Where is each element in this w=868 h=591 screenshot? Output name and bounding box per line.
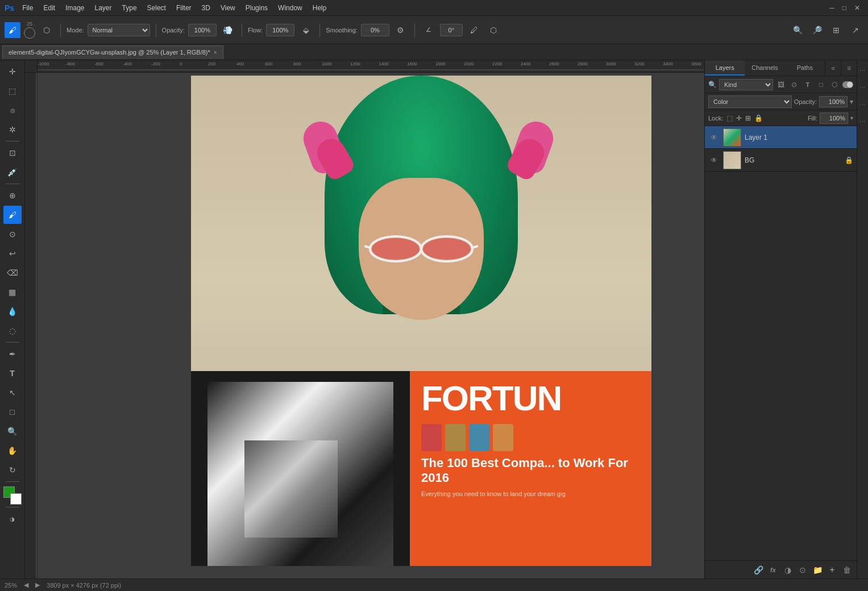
- svg-text:-200: -200: [151, 61, 161, 66]
- brush-tool-btn-left[interactable]: 🖌: [3, 206, 22, 224]
- layer-filter-text-btn[interactable]: T: [802, 79, 813, 90]
- svg-text:-800: -800: [66, 61, 76, 66]
- gradient-tool-btn[interactable]: ▦: [3, 283, 22, 301]
- stamp-tool-btn[interactable]: ⊙: [3, 225, 22, 243]
- brush-tool-btn[interactable]: 🖌: [5, 22, 20, 38]
- lock-move-icon[interactable]: ✛: [736, 114, 742, 122]
- add-mask-btn[interactable]: ◑: [782, 564, 794, 576]
- search-btn[interactable]: 🔍: [790, 22, 805, 38]
- layer-filter-pixel-btn[interactable]: 🖼: [775, 79, 787, 90]
- zoom-nav-right[interactable]: ▶: [35, 581, 40, 589]
- document-tab[interactable]: element5-digital-QJIyomGCYGw-unsplash.jp…: [2, 45, 223, 59]
- hand-tool-btn[interactable]: ✋: [3, 442, 22, 460]
- smoothing-options-btn[interactable]: ⚙: [393, 22, 409, 38]
- fill-input[interactable]: [820, 113, 848, 124]
- menu-edit[interactable]: Edit: [39, 3, 60, 13]
- opacity-input[interactable]: [188, 24, 217, 36]
- workspace-search-btn[interactable]: 🔎: [809, 22, 825, 38]
- menu-filter[interactable]: Filter: [172, 3, 196, 13]
- shape-tool-btn[interactable]: □: [3, 403, 22, 421]
- move-tool-btn[interactable]: ✛: [3, 63, 22, 81]
- angle-btn[interactable]: ∠: [421, 22, 437, 38]
- menu-layer[interactable]: Layer: [90, 3, 117, 13]
- flow-input[interactable]: [266, 24, 294, 36]
- window-close-btn[interactable]: ✕: [851, 4, 863, 12]
- magic-wand-btn[interactable]: ✲: [3, 120, 22, 139]
- mini-panel-btn3[interactable]: ⋮: [858, 97, 867, 113]
- expand-btn[interactable]: ↗: [848, 22, 863, 38]
- dodge-tool-btn[interactable]: ◌: [3, 322, 22, 340]
- background-color-swatch[interactable]: [10, 493, 22, 505]
- eyedropper-btn[interactable]: 💉: [3, 163, 22, 181]
- link-layers-btn[interactable]: 🔗: [752, 564, 765, 576]
- new-group-btn[interactable]: 📁: [811, 564, 824, 576]
- pen-tool-btn[interactable]: ✒: [3, 345, 22, 363]
- mini-panel-btn2[interactable]: ⋮: [858, 80, 867, 95]
- menu-type[interactable]: Type: [118, 3, 142, 13]
- layer-filter-shape-btn[interactable]: □: [816, 79, 827, 90]
- color-swatches[interactable]: [3, 486, 22, 505]
- lock-all-icon[interactable]: 🔒: [754, 114, 763, 122]
- workspace-btn[interactable]: ⊞: [828, 22, 844, 38]
- tab-layers[interactable]: Layers: [705, 60, 745, 76]
- menu-view[interactable]: View: [216, 3, 240, 13]
- bg-layer-visibility-btn[interactable]: 👁: [708, 155, 720, 166]
- menu-3d[interactable]: 3D: [197, 3, 215, 13]
- menu-select[interactable]: Select: [143, 3, 171, 13]
- tab-paths[interactable]: Paths: [785, 60, 825, 76]
- zoom-nav-left[interactable]: ◀: [24, 581, 28, 589]
- tab-channels[interactable]: Channels: [745, 60, 784, 76]
- lock-artboard-icon[interactable]: ⊞: [745, 114, 751, 122]
- menu-file[interactable]: File: [18, 3, 38, 13]
- crop-tool-btn[interactable]: ⊡: [3, 144, 22, 162]
- layer-row-1[interactable]: 👁 Layer 1: [705, 126, 857, 149]
- smoothing-input[interactable]: [361, 24, 389, 36]
- mini-panel-btn4[interactable]: ⋮: [858, 114, 867, 130]
- menu-image[interactable]: Image: [61, 3, 89, 13]
- fill-chevron[interactable]: ▾: [850, 115, 853, 121]
- layer-row-bg[interactable]: 👁 BG 🔒: [705, 149, 857, 172]
- menu-plugins[interactable]: Plugins: [241, 3, 272, 13]
- bg-layer-thumbnail: [723, 151, 741, 169]
- menu-help[interactable]: Help: [308, 3, 331, 13]
- rotate-view-btn[interactable]: ↻: [3, 461, 22, 479]
- blur-tool-btn[interactable]: 💧: [3, 302, 22, 321]
- canvas-container[interactable]: FORTUN The 100 Best Compa... to Work For…: [38, 73, 704, 566]
- brush-options-btn[interactable]: ⬡: [39, 22, 55, 38]
- lock-pixels-icon[interactable]: ⬚: [726, 114, 733, 122]
- flow-options-btn[interactable]: ⬙: [298, 22, 314, 38]
- panel-collapse-btn[interactable]: «: [825, 60, 841, 76]
- add-fx-btn[interactable]: fx: [767, 564, 779, 576]
- pressure-btn[interactable]: 🖊: [466, 22, 482, 38]
- healing-brush-btn[interactable]: ⊕: [3, 186, 22, 205]
- airbrush-toggle-btn[interactable]: 💨: [220, 22, 236, 38]
- opacity-chevron[interactable]: ▾: [850, 98, 853, 106]
- new-layer-btn[interactable]: +: [826, 564, 838, 576]
- angle-input[interactable]: [440, 24, 463, 36]
- layer-filter-smart-btn[interactable]: ⬡: [829, 79, 840, 90]
- mode-select[interactable]: Normal Multiply Screen Overlay: [88, 24, 150, 36]
- new-fill-layer-btn[interactable]: ⊙: [796, 564, 809, 576]
- panel-menu-btn[interactable]: ≡: [841, 60, 857, 76]
- symmetry-btn[interactable]: ⬡: [485, 22, 501, 38]
- layer-filter-toggle[interactable]: [842, 81, 854, 88]
- eraser-tool-btn[interactable]: ⌫: [3, 264, 22, 282]
- layer-opacity-input[interactable]: [819, 96, 848, 107]
- text-tool-btn[interactable]: T: [3, 364, 22, 382]
- quick-mask-btn[interactable]: ◑: [3, 510, 22, 528]
- tab-close-btn[interactable]: ×: [214, 49, 217, 56]
- window-maximize-btn[interactable]: □: [839, 4, 850, 12]
- selection-rect-btn[interactable]: ⬚: [3, 82, 22, 100]
- delete-layer-btn[interactable]: 🗑: [841, 564, 853, 576]
- menu-window[interactable]: Window: [273, 3, 307, 13]
- layer1-visibility-btn[interactable]: 👁: [708, 132, 720, 143]
- window-minimize-btn[interactable]: ─: [826, 4, 838, 12]
- layer-filter-adj-btn[interactable]: ⊙: [789, 79, 800, 90]
- blend-mode-select[interactable]: Color Normal Multiply Screen Overlay Dar…: [708, 95, 792, 108]
- zoom-tool-btn[interactable]: 🔍: [3, 422, 22, 440]
- lasso-tool-btn[interactable]: ⌾: [3, 101, 22, 119]
- filter-type-select[interactable]: Kind Name Effect Mode Attribute Color Sm…: [719, 79, 773, 90]
- history-brush-btn[interactable]: ↩: [3, 244, 22, 263]
- mini-panel-btn1[interactable]: ⋮: [858, 63, 867, 78]
- path-select-btn[interactable]: ↖: [3, 384, 22, 402]
